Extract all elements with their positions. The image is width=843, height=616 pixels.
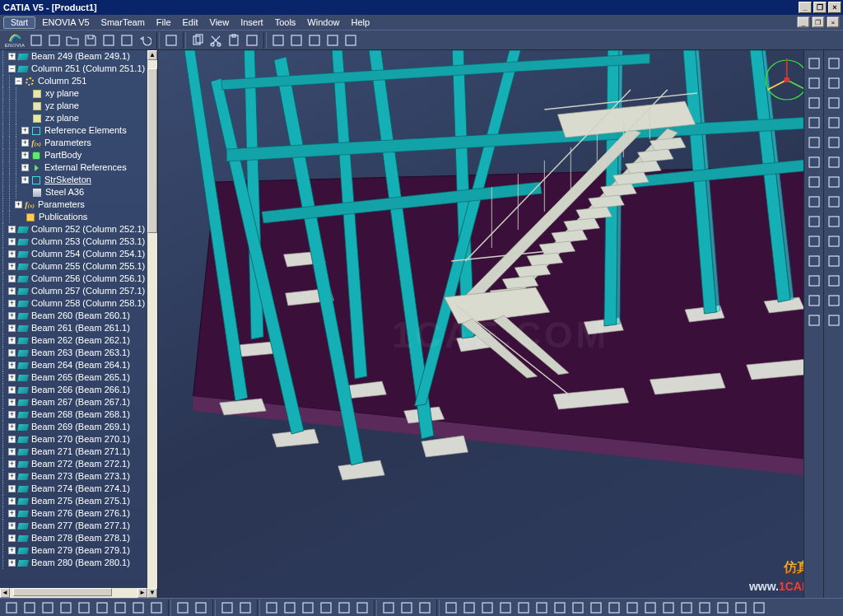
tree-item[interactable]: +Beam 264 (Beam 264.1) <box>0 359 147 371</box>
expand-toggle[interactable]: + <box>8 485 16 492</box>
tree-item[interactable]: +Beam 277 (Beam 277.1) <box>0 520 147 532</box>
tree-item[interactable]: +Beam 267 (Beam 267.1) <box>0 396 147 408</box>
folder-icon[interactable] <box>64 32 81 49</box>
expand-toggle[interactable]: + <box>8 547 16 554</box>
tree-item[interactable]: +Beam 269 (Beam 269.1) <box>0 421 147 433</box>
grp-m-icon[interactable] <box>660 600 677 616</box>
tile-icon[interactable] <box>288 32 305 49</box>
grp-e-icon[interactable] <box>515 600 532 616</box>
tree-item[interactable]: +PartBody <box>0 149 147 161</box>
analyze-icon[interactable] <box>380 600 397 616</box>
shade-icon[interactable] <box>826 292 842 309</box>
grp-g-icon[interactable] <box>552 600 568 616</box>
expand-toggle[interactable]: + <box>8 510 16 517</box>
package-icon[interactable] <box>806 55 822 72</box>
menu-window[interactable]: Window <box>302 16 344 28</box>
tree-icon[interactable] <box>324 32 341 49</box>
cut-b-icon[interactable] <box>76 600 92 616</box>
floppy-icon[interactable] <box>82 32 99 49</box>
expand-toggle[interactable]: + <box>8 559 16 567</box>
expand-toggle[interactable]: + <box>8 300 16 307</box>
page-icon[interactable] <box>119 32 135 49</box>
expand-toggle[interactable]: + <box>8 226 16 233</box>
open-icon[interactable] <box>21 600 38 616</box>
dim-icon[interactable] <box>354 600 370 616</box>
swap-vis-icon[interactable] <box>826 273 842 289</box>
tree-item[interactable]: +Beam 268 (Beam 268.1) <box>0 408 147 421</box>
tree-item[interactable]: +Beam 261 (Beam 261.1) <box>0 322 147 334</box>
tree-item[interactable]: Publications <box>0 211 147 223</box>
sigma-icon[interactable] <box>193 600 209 616</box>
save-icon[interactable] <box>40 600 56 616</box>
magnify-icon[interactable] <box>826 95 842 111</box>
menu-view[interactable]: View <box>205 16 235 28</box>
expand-toggle[interactable]: + <box>8 374 16 381</box>
stamp-icon[interactable] <box>244 32 260 49</box>
expand-toggle[interactable]: + <box>8 337 16 344</box>
expand-toggle[interactable]: + <box>8 436 16 443</box>
scroll-up-icon[interactable]: ▲ <box>147 50 157 60</box>
expand-toggle[interactable]: + <box>8 263 16 270</box>
viewport-3d[interactable]: 1CAE.COM 仿真在线 www.1CAE.com <box>158 50 843 598</box>
tree-item[interactable]: +Column 252 (Column 252.1) <box>0 223 147 236</box>
point-icon[interactable] <box>282 600 298 616</box>
ladder-icon[interactable] <box>806 213 822 230</box>
tree-item[interactable]: +Beam 278 (Beam 278.1) <box>0 532 147 544</box>
tree-item[interactable]: −Column 251 <box>0 75 147 87</box>
pan-icon[interactable] <box>826 134 842 151</box>
zoom-icon[interactable] <box>826 174 842 190</box>
expand-toggle[interactable]: − <box>15 77 22 85</box>
section-icon[interactable] <box>806 273 822 289</box>
scroll-down-icon[interactable]: ▼ <box>147 588 157 598</box>
expand-toggle[interactable]: + <box>8 362 16 369</box>
plate-icon[interactable] <box>806 154 822 170</box>
menu-tools[interactable]: Tools <box>270 16 301 28</box>
tree-item[interactable]: Steel A36 <box>0 186 147 198</box>
expand-toggle[interactable]: − <box>8 65 16 72</box>
line-icon[interactable] <box>300 600 316 616</box>
menu-insert[interactable]: Insert <box>235 16 268 28</box>
grp-q-icon[interactable] <box>733 600 749 616</box>
stair-icon[interactable] <box>806 194 822 210</box>
tree-item[interactable]: +Column 258 (Column 258.1) <box>0 297 147 310</box>
grp-p-icon[interactable] <box>715 600 731 616</box>
refresh-left-icon[interactable] <box>46 32 63 49</box>
expand-toggle[interactable]: + <box>21 176 29 184</box>
grp-d-icon[interactable] <box>497 600 514 616</box>
tree-item[interactable]: −Column 251 (Column 251.1) <box>0 63 147 75</box>
axis-icon[interactable] <box>219 600 235 616</box>
expand-toggle[interactable]: + <box>8 473 16 480</box>
expand-toggle[interactable]: + <box>8 399 16 406</box>
column-icon[interactable] <box>806 174 822 190</box>
graph-icon[interactable] <box>342 32 359 49</box>
brace-icon[interactable] <box>806 233 822 250</box>
expand-toggle[interactable]: + <box>8 460 16 468</box>
tree-item[interactable]: +Beam 276 (Beam 276.1) <box>0 507 147 520</box>
fit-icon[interactable] <box>826 114 842 131</box>
tree-item[interactable]: +Column 254 (Column 254.1) <box>0 248 147 260</box>
tree-item[interactable]: +Column 253 (Column 253.1) <box>0 236 147 248</box>
grp-h-icon[interactable] <box>570 600 586 616</box>
arrow-icon[interactable] <box>826 55 842 72</box>
tree-item[interactable]: +Beam 260 (Beam 260.1) <box>0 310 147 322</box>
expand-toggle[interactable]: + <box>8 275 16 282</box>
fx-icon[interactable] <box>175 600 191 616</box>
layers-icon[interactable] <box>270 32 286 49</box>
normal-icon[interactable] <box>826 194 842 210</box>
tree-item[interactable]: xy plane <box>0 87 147 100</box>
grp-f-icon[interactable] <box>533 600 550 616</box>
tree-item[interactable]: +Beam 263 (Beam 263.1) <box>0 347 147 359</box>
tree-item[interactable]: +Column 255 (Column 255.1) <box>0 260 147 273</box>
expand-toggle[interactable]: + <box>8 448 16 455</box>
menu-enovia[interactable]: ENOVIA V5 <box>37 16 94 28</box>
minimize-button[interactable]: _ <box>799 2 812 13</box>
persp-icon[interactable] <box>826 213 842 230</box>
expand-toggle[interactable]: + <box>21 127 29 134</box>
restore-button[interactable]: ❐ <box>813 2 827 13</box>
expand-toggle[interactable]: + <box>8 238 16 245</box>
redo-b-icon[interactable] <box>148 600 165 616</box>
tree-item[interactable]: +Beam 279 (Beam 279.1) <box>0 544 147 557</box>
new-icon[interactable] <box>3 600 20 616</box>
paste-icon[interactable] <box>226 32 242 49</box>
expand-toggle[interactable]: + <box>21 164 29 171</box>
